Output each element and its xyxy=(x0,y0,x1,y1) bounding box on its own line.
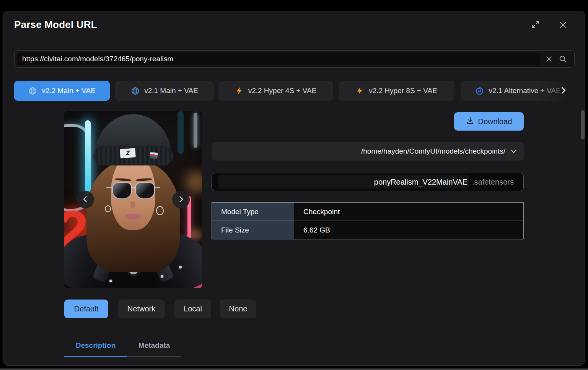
search-button[interactable] xyxy=(557,54,568,65)
save-path-select[interactable]: /home/hayden/ComfyUI/models/checkpoints/ xyxy=(212,142,524,160)
page-bottom-bar xyxy=(0,368,588,370)
source-option-local[interactable]: Local xyxy=(174,300,211,318)
globe-icon xyxy=(28,87,37,95)
download-icon xyxy=(466,116,474,127)
close-button[interactable] xyxy=(556,18,570,32)
source-option-network[interactable]: Network xyxy=(118,300,165,318)
chevron-right-icon xyxy=(559,86,567,96)
preview-prev-button[interactable] xyxy=(77,191,94,208)
jacket-stud xyxy=(179,266,182,268)
detail-value: Checkpoint xyxy=(294,203,524,221)
version-tab-v22-hyper8s-vae[interactable]: v2.2 Hyper 8S + VAE xyxy=(339,81,454,101)
chevron-left-icon xyxy=(81,195,89,204)
expand-icon xyxy=(531,20,540,29)
filename-input[interactable] xyxy=(218,175,469,188)
sunglasses-bridge xyxy=(131,187,136,188)
globe-icon xyxy=(131,87,140,95)
detail-value: 6.62 GB xyxy=(294,221,524,239)
scrollbar-thumb[interactable] xyxy=(581,110,585,139)
sunglasses-temple xyxy=(154,187,160,188)
close-icon xyxy=(559,21,567,29)
sunglasses-lens xyxy=(135,182,155,199)
version-tab-v21-main-vae[interactable]: v2.1 Main + VAE xyxy=(115,81,214,101)
lightning-icon xyxy=(356,87,364,95)
lightning-icon xyxy=(235,87,244,95)
search-icon xyxy=(559,55,567,64)
version-tab-label: v2.2 Hyper 4S + VAE xyxy=(248,87,317,95)
detail-label: File Size xyxy=(212,221,294,239)
white-neon-tube xyxy=(194,113,197,148)
version-tab-label: v2.2 Hyper 8S + VAE xyxy=(369,87,437,95)
dialog-title: Parse Model URL xyxy=(14,19,97,31)
hoop-earring xyxy=(105,205,111,212)
jacket-stud xyxy=(161,275,163,278)
tab-metadata[interactable]: Metadata xyxy=(127,335,181,356)
nose-shadow xyxy=(130,201,135,208)
save-path-value: /home/hayden/ComfyUI/models/checkpoints/ xyxy=(361,147,505,156)
version-tab-label: v2.2 Main + VAE xyxy=(42,87,96,95)
filename-extension: .safetensors xyxy=(472,173,514,191)
download-button[interactable]: Download xyxy=(454,112,524,131)
filename-field: .safetensors xyxy=(212,173,524,191)
model-url-field xyxy=(14,50,575,68)
clear-icon xyxy=(545,55,553,64)
cyan-neon-tube xyxy=(85,120,91,200)
source-option-none[interactable]: None xyxy=(220,300,256,318)
dark-neon-tube xyxy=(178,111,184,154)
version-tab-v22-main-vae[interactable]: v2.2 Main + VAE xyxy=(14,81,110,101)
parse-model-url-dialog: Parse Model URL xyxy=(3,11,585,366)
tabs-scroll-next-button[interactable] xyxy=(558,85,568,96)
jacket-stud xyxy=(109,280,112,282)
chevron-down-icon xyxy=(510,147,518,155)
person-lips xyxy=(125,214,141,219)
download-label: Download xyxy=(478,117,512,126)
chevron-right-icon xyxy=(177,195,185,204)
hoop-earring xyxy=(156,206,164,215)
version-tab-label: v2.1 Main + VAE xyxy=(144,87,198,95)
detail-label: Model Type xyxy=(212,203,294,221)
spiral-icon xyxy=(475,87,484,95)
table-row: Model Type Checkpoint xyxy=(212,203,524,221)
source-option-default[interactable]: Default xyxy=(64,300,108,318)
sunglasses-lens xyxy=(112,182,132,199)
model-details-table: Model Type Checkpoint File Size 6.62 GB xyxy=(212,202,524,239)
model-url-input[interactable] xyxy=(17,52,540,65)
clear-url-button[interactable] xyxy=(543,54,555,65)
sunglasses-temple xyxy=(106,187,112,188)
version-tab-label: v2.1 Alternative + VAE xyxy=(489,87,560,95)
table-row: File Size 6.62 GB xyxy=(212,221,524,239)
screen: Parse Model URL xyxy=(0,0,588,370)
version-tab-list: v2.2 Main + VAE v2.1 Main + VAE v2.2 Hyp… xyxy=(3,81,575,101)
tabs-divider xyxy=(64,357,532,357)
version-tab-v22-hyper4s-vae[interactable]: v2.2 Hyper 4S + VAE xyxy=(218,81,333,101)
beanie-logo-patch: Z xyxy=(120,148,136,159)
beanie-flag-patch xyxy=(150,152,158,159)
maximize-button[interactable] xyxy=(528,17,543,32)
preview-next-button[interactable] xyxy=(172,191,190,208)
tab-description[interactable]: Description xyxy=(64,335,127,356)
